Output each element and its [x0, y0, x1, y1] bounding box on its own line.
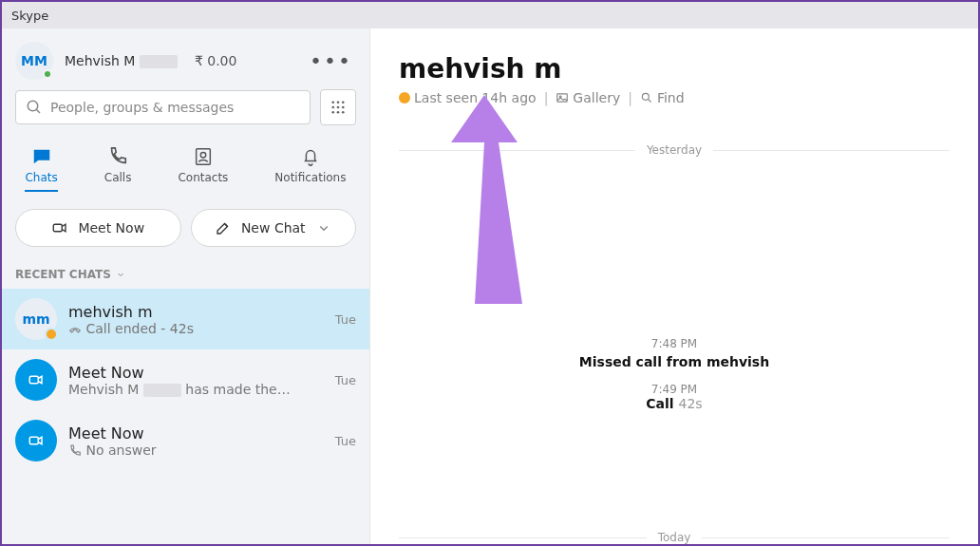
image-icon: [556, 91, 569, 104]
credit-balance[interactable]: ₹ 0.00: [195, 53, 237, 68]
svg-rect-14: [29, 376, 38, 384]
chat-title: mehvish m: [68, 303, 324, 321]
video-icon: [51, 219, 68, 236]
call-event: 7:49 PM Call 42s: [399, 383, 950, 411]
meet-now-button[interactable]: Meet Now: [15, 209, 181, 247]
svg-rect-15: [29, 437, 38, 444]
chevron-down-icon: [315, 219, 332, 236]
chat-time: Tue: [335, 312, 356, 327]
chevron-down-icon: [115, 269, 126, 280]
conversation-title: mehvish m: [399, 53, 950, 85]
tab-chats[interactable]: Chats: [25, 146, 57, 192]
recent-chats-header[interactable]: RECENT CHATS: [2, 256, 369, 289]
presence-online-icon: [43, 69, 52, 79]
sidebar: MM Mehvish M ₹ 0.00 ••• People, groups &…: [2, 28, 370, 544]
chat-time: Tue: [335, 373, 356, 387]
away-status-icon: [45, 328, 58, 341]
event-time: 7:49 PM: [399, 383, 950, 396]
dialpad-button[interactable]: [320, 89, 356, 125]
redacted-text: [143, 384, 181, 397]
phone-icon: [68, 444, 82, 458]
compose-icon: [215, 219, 232, 236]
bell-icon: [300, 146, 321, 167]
event-text: Missed call from mehvish: [399, 354, 950, 369]
svg-point-9: [337, 111, 340, 114]
svg-point-18: [642, 93, 649, 100]
more-menu-button[interactable]: •••: [306, 49, 356, 73]
profile-name[interactable]: Mehvish M: [65, 53, 178, 68]
video-icon: [28, 371, 45, 388]
svg-point-8: [331, 111, 334, 114]
gallery-link[interactable]: Gallery: [556, 90, 620, 105]
chat-title: Meet Now: [68, 424, 324, 442]
svg-rect-16: [557, 94, 568, 102]
search-placeholder: People, groups & messages: [50, 100, 234, 115]
chat-subtitle: Call ended - 42s: [68, 321, 324, 336]
chat-list-item[interactable]: Meet Now No answer Tue: [2, 410, 369, 471]
phone-icon: [107, 146, 128, 167]
tab-contacts[interactable]: Contacts: [178, 146, 228, 192]
avatar: mm: [15, 298, 57, 340]
avatar[interactable]: MM: [15, 42, 53, 80]
svg-rect-13: [54, 224, 63, 232]
svg-point-5: [331, 106, 334, 109]
chat-icon: [31, 146, 52, 167]
search-icon: [26, 99, 43, 116]
chat-subtitle: Mehvish M has made the…: [68, 382, 324, 397]
chat-list-item[interactable]: Meet Now Mehvish M has made the… Tue: [2, 349, 369, 410]
svg-point-3: [337, 101, 340, 104]
title-bar: Skype: [2, 2, 978, 28]
phone-hangup-icon: [68, 323, 82, 336]
svg-point-7: [342, 106, 345, 109]
svg-point-4: [342, 101, 345, 104]
conversation-pane: mehvish m Last seen 14h ago | Gallery | …: [370, 28, 978, 544]
contacts-icon: [193, 146, 214, 167]
avatar: [15, 420, 57, 461]
event-time: 7:48 PM: [399, 337, 950, 350]
event-text: Call 42s: [399, 396, 950, 411]
svg-point-6: [337, 106, 340, 109]
avatar: [15, 359, 57, 401]
svg-point-10: [342, 111, 345, 114]
video-icon: [28, 432, 45, 449]
svg-rect-11: [197, 149, 211, 165]
svg-line-19: [649, 100, 651, 103]
dialpad-icon: [330, 99, 347, 116]
day-divider: Yesterday: [399, 143, 950, 157]
day-divider: Today: [399, 531, 950, 544]
svg-point-2: [331, 101, 334, 104]
new-chat-button[interactable]: New Chat: [191, 209, 357, 247]
call-event: 7:48 PM Missed call from mehvish: [399, 337, 950, 369]
avatar-initials: MM: [21, 53, 47, 68]
svg-point-0: [28, 101, 38, 111]
search-input[interactable]: People, groups & messages: [15, 90, 311, 124]
chat-subtitle: No answer: [68, 442, 324, 458]
chat-title: Meet Now: [68, 364, 324, 382]
find-link[interactable]: Find: [640, 90, 685, 105]
clock-icon: [399, 92, 410, 104]
search-icon: [640, 91, 653, 104]
chat-time: Tue: [335, 434, 356, 448]
last-seen-status: Last seen 14h ago: [399, 90, 537, 105]
svg-point-12: [200, 152, 206, 158]
tab-calls[interactable]: Calls: [104, 146, 132, 192]
chat-list-item[interactable]: mm mehvish m Call ended - 42s Tue: [2, 289, 369, 349]
svg-line-1: [36, 109, 40, 113]
redacted-text: [140, 55, 178, 68]
tab-notifications[interactable]: Notifications: [274, 146, 346, 192]
